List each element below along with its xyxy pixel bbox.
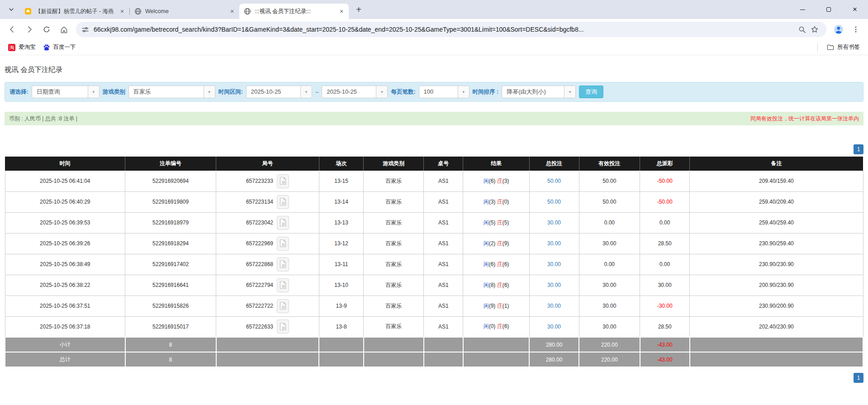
result-banker: 庄 (497, 199, 503, 205)
cell-time: 2025-10-25 06:40:29 (5, 191, 125, 212)
result-banker: 庄 (497, 219, 503, 226)
globe-icon (244, 8, 251, 15)
result-player-num: (3) (489, 199, 496, 205)
footer-label: 小计 (5, 337, 125, 352)
forward-button[interactable] (22, 22, 37, 37)
close-window-button[interactable]: × (842, 0, 868, 19)
back-button[interactable] (5, 22, 20, 37)
result-player: 闲 (484, 219, 489, 226)
video-replay-button[interactable] (277, 319, 289, 334)
close-icon[interactable]: × (228, 8, 236, 15)
home-button[interactable] (56, 22, 71, 37)
cell-remark: 259.40/209.40 (690, 191, 863, 212)
cell-remark: 209.40/159.40 (690, 171, 863, 191)
back-arrow-icon (8, 25, 16, 33)
reload-button[interactable] (39, 22, 54, 37)
page-1-button[interactable]: 1 (854, 373, 863, 383)
cell-game-type: 百家乐 (364, 212, 424, 233)
all-bookmarks-button[interactable]: 所有书签 (823, 42, 863, 53)
total-bet-link[interactable]: 30.00 (547, 324, 561, 330)
video-replay-button[interactable] (277, 216, 289, 230)
site-info-icon[interactable] (81, 26, 89, 33)
column-header: 注单编号 (125, 157, 216, 171)
video-replay-button[interactable] (277, 278, 289, 292)
result-banker-num: (1) (503, 303, 509, 309)
cell-game-type: 百家乐 (364, 191, 424, 212)
result-player: 闲 (484, 282, 489, 288)
table-footer: 小计8280.00220.00-43.00总计8280.00220.00-43.… (5, 337, 863, 367)
cell-table-no: AS1 (424, 191, 463, 212)
total-bet-link[interactable]: 50.00 (547, 199, 561, 205)
sort-select[interactable]: 降幂(由大到小) ▼ (502, 86, 576, 98)
query-type-select[interactable]: 日期查询 ▼ (32, 86, 100, 98)
total-bet-link[interactable]: 30.00 (547, 240, 561, 247)
video-replay-button[interactable] (277, 195, 289, 209)
tab-forum-thread[interactable]: 【新提醒】杨雪儿的帖子 - 海燕 × (20, 4, 129, 19)
round-id-text: 657222633 (246, 324, 273, 330)
total-bet-link[interactable]: 30.00 (547, 303, 561, 309)
video-replay-button[interactable] (277, 174, 289, 188)
bookmark-star-icon[interactable] (808, 23, 821, 36)
cell-result: 闲(5) 庄(5) (463, 212, 529, 233)
tab-welcome[interactable]: Welcome × (130, 4, 239, 19)
game-type-select[interactable]: 百家乐 ▼ (128, 86, 215, 98)
result-banker: 庄 (497, 240, 503, 247)
video-file-icon (280, 260, 286, 268)
cell-result: 闲(8) 庄(6) (463, 275, 529, 295)
bookmark-taobao[interactable]: 淘 爱淘宝 (5, 42, 39, 53)
video-file-icon (280, 198, 286, 206)
total-bet-link[interactable]: 30.00 (547, 219, 561, 226)
minimize-button[interactable] (789, 0, 816, 19)
cell-total-bet: 30.00 (529, 295, 579, 316)
footer-payout: -43.00 (640, 337, 690, 352)
tab-search-button[interactable] (4, 2, 19, 17)
table-header-row: 时间注单编号局号场次游戏类别桌号结果总投注有效投注总派彩备注 (5, 157, 863, 171)
page-size-select[interactable]: 100 ▼ (419, 86, 470, 98)
cell-round-id: 657223042 (216, 212, 319, 233)
table-row: 2025-10-25 06:38:49522916917402657222868… (5, 254, 863, 275)
bookmarks-bar: 淘 爱淘宝 百度一下 所有书签 (0, 40, 868, 55)
video-replay-button[interactable] (277, 257, 289, 272)
close-icon[interactable]: × (338, 8, 345, 15)
bookmark-baidu[interactable]: 百度一下 (39, 42, 80, 53)
total-bet-link[interactable]: 50.00 (547, 178, 561, 184)
date-end-select[interactable]: 2025-10-25 ▼ (322, 86, 388, 98)
cell-time: 2025-10-25 06:38:22 (5, 275, 125, 295)
total-bet-link[interactable]: 30.00 (547, 261, 561, 267)
summary-bar: 币别 : 人民币 | 总共 :8 注单 | 同局有效投注，统一计算在该局第一张注… (5, 112, 863, 125)
cell-session: 13-11 (319, 254, 364, 275)
cell-game-type: 百家乐 (364, 316, 424, 337)
profile-avatar[interactable] (831, 22, 846, 37)
cell-game-type: 百家乐 (364, 171, 424, 191)
tab-bet-records[interactable]: :::视讯 会员下注纪录::: × (239, 4, 349, 19)
column-header: 局号 (216, 157, 319, 171)
zoom-icon[interactable] (796, 23, 808, 36)
browser-menu-button[interactable] (848, 22, 863, 37)
new-tab-button[interactable]: + (352, 3, 365, 16)
all-bookmarks-label: 所有书签 (837, 43, 860, 51)
close-icon[interactable]: × (119, 8, 126, 15)
page-1-button[interactable]: 1 (854, 144, 863, 154)
video-replay-button[interactable] (277, 237, 289, 251)
total-bet-link[interactable]: 30.00 (547, 282, 561, 288)
url-text[interactable]: 66cxkj98.com/game/betrecord_search/kind3… (94, 26, 796, 33)
cell-bet-id: 522916916641 (125, 275, 216, 295)
cell-result: 闲(2) 庄(9) (463, 233, 529, 254)
cell-valid-bet: 30.00 (579, 295, 640, 316)
maximize-button[interactable] (816, 0, 842, 19)
video-file-icon (280, 219, 286, 227)
game-type-label: 游戏类别 (103, 88, 125, 96)
round-id-text: 657223134 (246, 199, 273, 205)
result-banker-num: (0) (503, 199, 509, 205)
search-button[interactable]: 查询 (579, 86, 603, 98)
result-player-num: (5) (489, 219, 496, 226)
cell-valid-bet: 0.00 (579, 212, 640, 233)
cell-game-type: 百家乐 (364, 233, 424, 254)
cell-payout: -50.00 (640, 191, 690, 212)
url-bar[interactable]: 66cxkj98.com/game/betrecord_search/kind3… (76, 22, 826, 37)
cell-payout: 0.00 (640, 212, 690, 233)
date-start-select[interactable]: 2025-10-25 ▼ (246, 86, 312, 98)
window-controls: × (789, 0, 868, 19)
video-replay-button[interactable] (277, 299, 289, 313)
cell-round-id: 657222969 (216, 233, 319, 254)
